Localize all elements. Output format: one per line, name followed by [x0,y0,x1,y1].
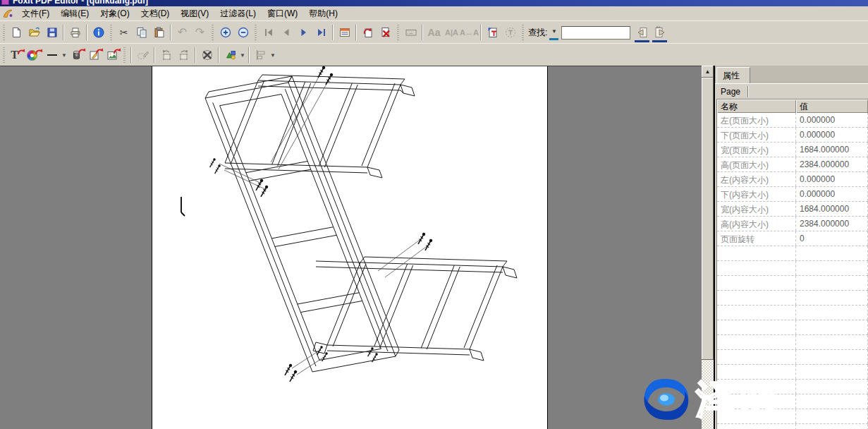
menu-item[interactable]: 对象(O) [94,6,135,21]
cut-button[interactable]: ✂ [115,24,133,42]
chevron-down-icon: ▼ [551,28,557,35]
toolbar-handle[interactable] [255,25,257,40]
toolbar-handle[interactable] [397,25,399,40]
undo-button[interactable]: ↶ [173,24,191,42]
rotate-object-right-button[interactable] [175,47,192,64]
toolbar-handle[interactable] [123,47,126,63]
char-spacing-button[interactable]: A↔A [460,24,478,42]
separator [195,47,196,63]
property-row-empty [717,335,868,350]
shapes-icon [224,49,237,61]
property-row: 页面旋转 0 [717,231,868,246]
toolbar-handle[interactable] [3,47,5,63]
toolbar-handle[interactable] [3,25,5,40]
line-style-button[interactable] [43,47,61,64]
menu-item[interactable]: 文档(D) [135,6,176,21]
copy-icon [135,26,148,39]
last-page-button[interactable] [312,24,330,42]
rotate-page-button[interactable] [359,24,377,42]
property-name: 下(页面大小) [717,128,796,142]
rotate-object-left-button[interactable] [157,47,175,64]
first-page-button[interactable] [259,24,277,42]
document-canvas[interactable] [0,66,702,429]
menu-item[interactable]: 帮助(H) [303,6,343,21]
save-button[interactable] [43,24,61,42]
edit-image-button[interactable] [85,47,103,64]
scroll-up-button[interactable]: ▲ [702,66,714,78]
separator [422,25,423,40]
property-value[interactable]: 2384.000000 [796,217,868,231]
select-pen-button[interactable] [134,47,152,64]
menu-bar: 文件(F)编辑(E)对象(O)文档(D)视图(V)过滤器(L)窗口(W)帮助(H… [0,6,868,21]
align-objects-dropdown[interactable]: ▼ [269,52,276,59]
zoom-in-button[interactable] [216,24,234,42]
delete-page-button[interactable] [377,24,394,42]
property-value[interactable]: 0 [796,231,868,246]
menu-item[interactable]: 编辑(E) [55,6,94,21]
tab-properties[interactable]: 属性 [716,67,750,83]
copy-button[interactable] [133,24,150,42]
open-folder-button[interactable] [25,24,43,42]
toolbar-handle[interactable] [522,25,524,40]
add-shapes-button[interactable] [221,47,239,64]
pdf-page[interactable] [152,66,548,429]
line-style-dropdown[interactable]: ▼ [61,52,68,59]
previous-page-button[interactable] [277,24,295,42]
char-kerning-button[interactable]: A|A [443,24,460,42]
add-color-button[interactable] [25,47,43,64]
property-row-empty [717,350,868,365]
redo-button[interactable]: ↷ [191,24,209,42]
tab-page[interactable]: Page [715,84,747,99]
new-document-button[interactable] [8,24,25,42]
zoom-in-icon [219,26,232,39]
frame-assembly-drawing [152,66,547,429]
separator [63,25,64,40]
toolbar-handle[interactable] [212,25,214,40]
column-header-value: 值 [796,99,868,113]
add-shapes-dropdown[interactable]: ▼ [239,52,246,59]
property-value[interactable]: 0.000000 [796,113,868,127]
insert-text-button[interactable] [484,24,501,42]
menu-item[interactable]: 视图(V) [175,6,214,21]
toolbar-handle[interactable] [110,25,112,40]
keyboard-button[interactable] [402,24,420,42]
info-button[interactable] [90,24,107,42]
menu-item[interactable]: 过滤器(L) [214,6,262,21]
paste-button[interactable] [150,24,168,42]
property-row-empty [717,365,868,380]
property-value[interactable]: 0.000000 [796,128,868,142]
vertical-scrollbar[interactable]: ▲ [702,66,714,429]
first-page-icon [263,27,274,38]
page-thumbnails-button[interactable] [336,24,353,42]
add-image-button[interactable] [103,47,121,64]
find-next-button[interactable] [651,24,668,42]
find-previous-button[interactable] [633,24,651,42]
print-button[interactable] [66,24,84,42]
find-input[interactable] [561,26,630,40]
red-arrow-icon [113,47,121,55]
char-spacing-icon: A↔A [460,29,479,37]
menu-item[interactable]: 文件(F) [16,6,55,21]
menu-item[interactable]: 窗口(W) [262,6,303,21]
property-row-empty [717,394,868,409]
text-mode-button[interactable] [501,24,519,42]
add-shading-button[interactable] [68,47,85,64]
next-page-button[interactable] [295,24,312,42]
property-row: 宽(页面大小) 1684.000000 [717,143,868,157]
property-value[interactable]: 2384.000000 [796,157,868,171]
separator [130,47,132,63]
separator [154,47,155,63]
delete-object-button[interactable] [198,47,216,64]
property-row: 左(内容大小) 0.000000 [717,172,868,187]
property-value[interactable]: 1684.000000 [796,202,868,216]
property-value[interactable]: 1684.000000 [796,143,868,157]
property-value[interactable]: 0.000000 [796,172,868,186]
font-size-button[interactable]: Aa [425,24,443,42]
find-dropdown-button[interactable]: ▼ [549,25,558,40]
zoom-out-button[interactable] [234,24,252,42]
property-value[interactable]: 0.000000 [796,187,868,201]
property-row: 下(内容大小) 0.000000 [717,187,868,202]
align-objects-button[interactable] [252,47,269,64]
add-text-button[interactable]: T [8,47,25,64]
scrollbar-thumb[interactable] [702,78,714,360]
